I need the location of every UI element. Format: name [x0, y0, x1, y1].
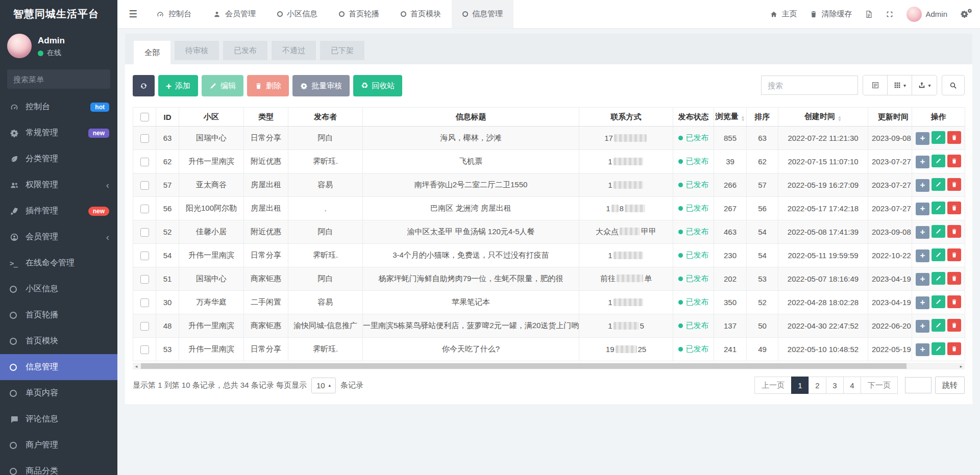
row-edit-button[interactable] [932, 225, 945, 238]
row-delete-button[interactable] [947, 248, 961, 261]
row-more-button[interactable]: + [916, 203, 929, 215]
refresh-button[interactable] [133, 75, 155, 96]
table-search-input[interactable] [761, 76, 858, 95]
row-more-button[interactable]: + [916, 296, 929, 309]
row-more-button[interactable]: + [916, 320, 929, 333]
row-delete-button[interactable] [947, 295, 961, 308]
page-number-button[interactable]: 1 [791, 377, 809, 394]
sidebar-item[interactable]: 单页内容 [0, 380, 117, 406]
row-delete-button[interactable] [947, 342, 961, 355]
row-delete-button[interactable] [947, 319, 961, 332]
filter-tab[interactable]: 已下架 [320, 41, 364, 60]
hamburger-icon[interactable]: ☰ [129, 8, 137, 20]
row-edit-button[interactable] [932, 178, 945, 191]
col-updated[interactable]: 更新时间 [868, 108, 912, 127]
topbar-tab[interactable]: 控制台 [145, 0, 202, 28]
row-checkbox[interactable] [140, 228, 149, 237]
export-button[interactable]: ▾ [912, 76, 937, 95]
filter-tab[interactable]: 待审核 [175, 41, 219, 60]
sort-icon[interactable]: ▲▼ [741, 116, 745, 122]
row-more-button[interactable]: + [916, 273, 929, 286]
row-edit-button[interactable] [932, 319, 945, 332]
row-checkbox[interactable] [140, 298, 149, 307]
row-checkbox[interactable] [140, 134, 149, 143]
row-more-button[interactable]: + [916, 226, 929, 239]
page-number-button[interactable]: 4 [843, 377, 861, 394]
menu-search-input[interactable] [13, 75, 115, 84]
row-checkbox[interactable] [140, 158, 149, 166]
row-more-button[interactable]: + [916, 249, 929, 262]
avatar[interactable] [7, 34, 32, 58]
row-edit-button[interactable] [932, 272, 945, 285]
delete-button[interactable]: 删除 [247, 75, 289, 96]
row-delete-button[interactable] [947, 225, 961, 238]
sidebar-item[interactable]: 商品分类 [0, 458, 117, 475]
select-all-checkbox[interactable] [140, 113, 149, 121]
edit-button[interactable]: 编辑 [202, 75, 243, 96]
sidebar-item[interactable]: 小区信息 [0, 276, 117, 302]
columns-button[interactable]: ▾ [888, 76, 912, 95]
sort-icon[interactable]: ▲▼ [838, 116, 842, 122]
row-edit-button[interactable] [932, 295, 945, 308]
row-delete-button[interactable] [947, 131, 961, 144]
page-number-button[interactable]: 3 [826, 377, 844, 394]
row-checkbox[interactable] [140, 345, 149, 354]
scrollbar-thumb[interactable] [141, 363, 906, 369]
row-delete-button[interactable] [947, 155, 961, 167]
sidebar-item[interactable]: 商户管理 [0, 432, 117, 458]
language-doc-button[interactable] [865, 10, 873, 18]
sidebar-item[interactable]: 会员管理‹ [0, 224, 117, 250]
row-delete-button[interactable] [947, 272, 961, 285]
row-delete-button[interactable] [947, 178, 961, 191]
fullscreen-button[interactable] [886, 10, 894, 18]
add-button[interactable]: + 添加 [158, 75, 198, 96]
row-edit-button[interactable] [932, 155, 945, 167]
user-menu[interactable]: Admin [906, 7, 947, 22]
recycle-bin-button[interactable]: ♻ 回收站 [353, 75, 402, 96]
home-button[interactable]: 主页 [770, 9, 797, 19]
page-size-select[interactable]: 10 ▴ [311, 378, 336, 393]
topbar-tab[interactable]: 小区信息 [266, 0, 328, 28]
sidebar-item[interactable]: 插件管理new [0, 198, 117, 224]
clear-cache-button[interactable]: 清除缓存 [810, 9, 852, 19]
sidebar-item[interactable]: 控制台hot [0, 94, 117, 120]
sidebar-item[interactable]: >_在线命令管理 [0, 250, 117, 276]
row-edit-button[interactable] [932, 202, 945, 214]
search-submit-button[interactable] [942, 75, 965, 95]
topbar-tab[interactable]: 首页模块 [390, 0, 452, 28]
row-more-button[interactable]: + [916, 156, 929, 168]
filter-tab[interactable]: 已发布 [223, 41, 267, 60]
row-more-button[interactable]: + [916, 132, 929, 145]
filter-tab[interactable]: 不通过 [272, 41, 316, 60]
prev-page-button[interactable]: 上一页 [754, 377, 792, 394]
jump-button[interactable]: 跳转 [935, 377, 965, 394]
sidebar-item[interactable]: 首页模块 [0, 328, 117, 354]
sidebar-item[interactable]: 常规管理new [0, 120, 117, 146]
settings-button[interactable] [960, 10, 969, 18]
row-edit-button[interactable] [932, 248, 945, 261]
topbar-tab[interactable]: 首页轮播 [328, 0, 390, 28]
row-checkbox[interactable] [140, 322, 149, 331]
row-more-button[interactable]: + [916, 343, 929, 356]
row-more-button[interactable]: + [916, 179, 929, 192]
jump-page-input[interactable] [905, 377, 932, 393]
topbar-tab[interactable]: 会员管理 [202, 0, 266, 28]
next-page-button[interactable]: 下一页 [861, 377, 898, 394]
sidebar-item[interactable]: 评论信息 [0, 406, 117, 432]
row-checkbox[interactable] [140, 205, 149, 213]
detail-view-button[interactable] [863, 76, 888, 95]
sidebar-item[interactable]: 权限管理‹ [0, 172, 117, 198]
scroll-left-icon[interactable]: ◂ [133, 363, 140, 369]
row-edit-button[interactable] [932, 342, 945, 355]
row-checkbox[interactable] [140, 181, 149, 190]
col-views[interactable]: 浏览量▲▼ [714, 108, 747, 127]
row-edit-button[interactable] [932, 131, 945, 144]
row-delete-button[interactable] [947, 202, 961, 214]
sidebar-item[interactable]: 信息管理 [0, 354, 117, 380]
row-checkbox[interactable] [140, 275, 149, 284]
filter-tab[interactable]: 全部 [134, 41, 170, 64]
horizontal-scrollbar[interactable]: ◂ ▸ [133, 363, 965, 369]
row-checkbox[interactable] [140, 252, 149, 260]
page-number-button[interactable]: 2 [808, 377, 826, 394]
scroll-right-icon[interactable]: ▸ [958, 363, 965, 369]
